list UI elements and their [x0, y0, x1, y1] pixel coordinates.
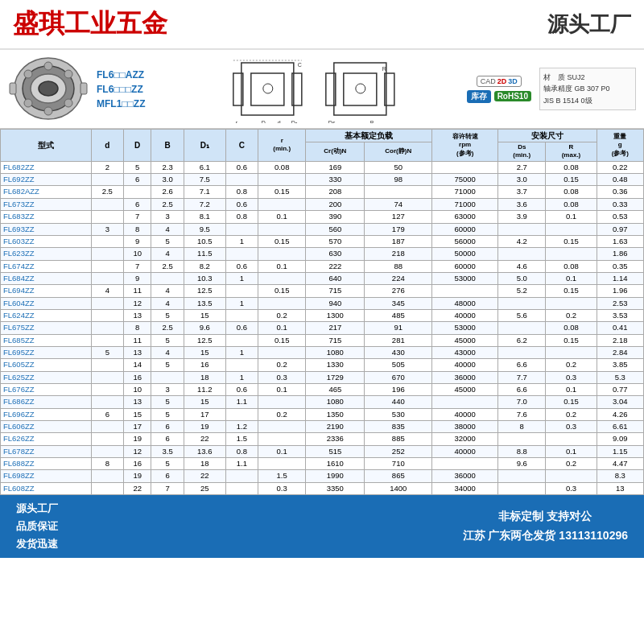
cell-value: 8.8: [498, 445, 546, 457]
cell-value: 4.2: [498, 235, 546, 247]
table-row: FL686ZZ135151.110804407.00.153.04: [1, 396, 644, 408]
precision-label: 轴承精度: [543, 85, 572, 93]
cell-value: 15: [184, 309, 225, 321]
model-label-1: FL6□□AZZ: [97, 68, 169, 82]
cell-value: 8: [498, 421, 546, 433]
cell-type: FL605ZZ: [1, 359, 92, 371]
svg-point-7: [64, 70, 72, 78]
cell-value: 1400: [365, 482, 432, 494]
table-row: FL692ZZ63.07.533098750003.00.150.48: [1, 174, 644, 186]
cell-value: [546, 248, 597, 260]
cell-value: 3.5: [151, 445, 184, 457]
cell-value: 43000: [432, 346, 498, 358]
table-row: FL626ZZ196221.52336885320009.09: [1, 433, 644, 445]
cad-label: CAD: [481, 77, 496, 85]
cell-value: 32000: [432, 433, 498, 445]
cell-value: 0.08: [546, 198, 597, 210]
cell-value: 36000: [432, 371, 498, 383]
cell-value: [91, 309, 123, 321]
cell-value: [91, 260, 123, 272]
cell-value: 4: [91, 285, 123, 297]
cell-value: 40000: [432, 445, 498, 457]
cell-value: 6: [91, 408, 123, 420]
cell-value: 0.2: [546, 309, 597, 321]
cell-value: [498, 223, 546, 235]
material-value: SUJ2: [568, 73, 585, 81]
cell-value: 4: [151, 346, 184, 358]
cell-value: 56000: [432, 235, 498, 247]
cell-value: 5.0: [498, 272, 546, 284]
cell-value: 5: [151, 458, 184, 470]
cell-value: 0.1: [546, 383, 597, 395]
cell-type: FL625ZZ: [1, 371, 92, 383]
standard-value: JIS B 1514 0级: [543, 97, 592, 105]
svg-point-11: [24, 70, 32, 78]
cell-value: 74: [365, 198, 432, 210]
cell-value: 1: [225, 272, 258, 284]
cell-value: 0.1: [546, 272, 597, 284]
rohs-badge: RoHS10: [494, 91, 531, 101]
cell-value: 1.1: [225, 396, 258, 408]
cell-value: 88: [365, 260, 432, 272]
cell-value: 440: [365, 396, 432, 408]
cell-value: [91, 297, 123, 309]
cell-value: 71000: [432, 186, 498, 198]
cell-value: 63000: [432, 211, 498, 223]
cell-value: 3: [151, 383, 184, 395]
cell-type: FL682AZZ: [1, 186, 92, 198]
table-row: FL604ZZ12413.51940345480002.53: [1, 297, 644, 309]
cell-value: 0.15: [258, 235, 306, 247]
cell-value: 0.6: [225, 198, 258, 210]
cell-value: 12: [123, 445, 151, 457]
cell-value: 1300: [306, 309, 365, 321]
cell-value: [498, 433, 546, 445]
svg-point-10: [24, 99, 32, 107]
cell-value: 3.7: [498, 186, 546, 198]
th-D: D: [123, 130, 151, 162]
cell-value: 6: [123, 198, 151, 210]
cell-value: 0.08: [546, 322, 597, 334]
th-rpm: 容许转速rpm(参考): [432, 130, 498, 162]
cell-value: 14: [123, 359, 151, 371]
cell-value: 4: [151, 297, 184, 309]
cell-value: [91, 359, 123, 371]
cell-value: 53000: [432, 272, 498, 284]
cell-value: 19: [123, 470, 151, 482]
cell-value: 7.5: [184, 174, 225, 186]
svg-rect-13: [251, 73, 284, 105]
svg-text:Ds: Ds: [328, 120, 336, 123]
bearing-table-section: 型式 d D B D₁ C r(min.) 基本额定负载 容许转速rpm(参考)…: [0, 129, 644, 495]
cell-value: [498, 346, 546, 358]
cell-value: 7.6: [498, 408, 546, 420]
table-row: FL694ZZ411412.50.157152765.20.151.96: [1, 285, 644, 297]
svg-point-6: [44, 62, 52, 70]
cell-value: 2.6: [151, 186, 184, 198]
cell-value: 75000: [432, 174, 498, 186]
cell-value: [91, 433, 123, 445]
cell-value: 40000: [432, 359, 498, 371]
cell-value: 5: [151, 334, 184, 346]
cell-value: 0.15: [546, 235, 597, 247]
cell-type: FL688ZZ: [1, 458, 92, 470]
cell-value: 0.08: [546, 260, 597, 272]
cell-value: 18: [184, 371, 225, 383]
cell-value: 0.53: [597, 211, 643, 223]
cell-value: [91, 334, 123, 346]
cell-value: 7.0: [498, 396, 546, 408]
cell-value: 640: [306, 272, 365, 284]
cell-value: 0.22: [597, 161, 643, 173]
cell-value: 276: [365, 285, 432, 297]
cell-value: 7: [123, 211, 151, 223]
cell-value: [258, 174, 306, 186]
th-weight: 重量g(参考): [597, 130, 643, 162]
cell-type: FL626ZZ: [1, 433, 92, 445]
cell-value: [91, 248, 123, 260]
cell-value: 45000: [432, 334, 498, 346]
cell-value: 91: [365, 322, 432, 334]
cell-value: [258, 433, 306, 445]
table-row: FL684ZZ910.31640224530005.00.11.14: [1, 272, 644, 284]
svg-text:d: d: [278, 120, 281, 123]
cell-value: 0.97: [597, 223, 643, 235]
cell-value: 2.53: [597, 297, 643, 309]
cell-value: 3.0: [498, 174, 546, 186]
